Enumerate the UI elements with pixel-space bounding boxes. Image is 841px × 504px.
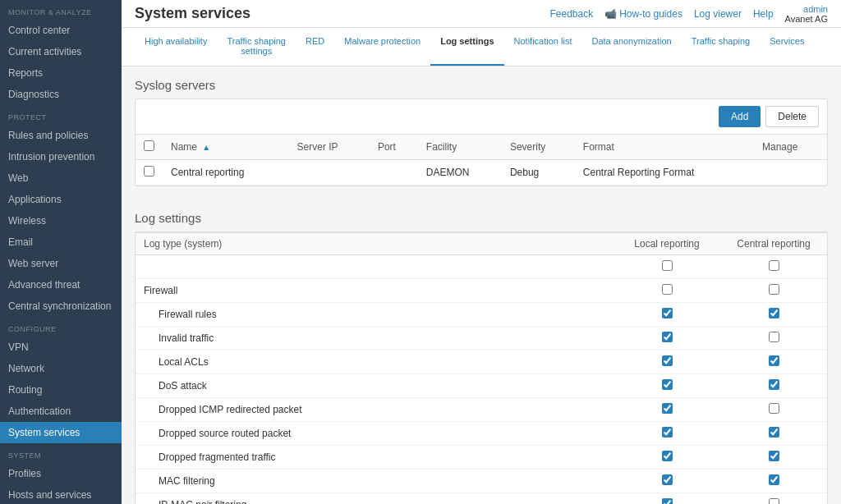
local-checkbox-3[interactable] (662, 332, 673, 342)
local-reporting-cell (614, 351, 720, 374)
company-name: Avanet AG (785, 14, 828, 24)
select-all-checkbox[interactable] (144, 140, 154, 151)
col-facility: Facility (418, 135, 502, 160)
cell-severity: Debug (502, 160, 575, 186)
cell-format: Central Reporting Format (575, 160, 754, 186)
log-settings-table-body: FirewallFirewall rulesInvalid trafficLoc… (136, 255, 827, 505)
syslog-card: Add Delete Name ▲ Server IP Port Facilit… (135, 99, 828, 186)
local-checkbox-10[interactable] (662, 498, 673, 504)
tab-services[interactable]: Services (760, 28, 814, 66)
log-type-label: Dropped ICMP redirected packet (136, 398, 614, 422)
central-checkbox-2[interactable] (769, 308, 779, 318)
add-button[interactable]: Add (719, 106, 761, 127)
local-checkbox-6[interactable] (662, 403, 673, 414)
how-to-guides-link[interactable]: 📹 How-to guides (604, 8, 682, 20)
central-checkbox-5[interactable] (769, 379, 779, 390)
sidebar-item-profiles[interactable]: Profiles (0, 463, 122, 484)
row-checkbox-0[interactable] (144, 166, 154, 176)
tab-data-anonymization[interactable]: Data anonymization (581, 28, 681, 66)
tab-red[interactable]: RED (296, 28, 334, 66)
central-checkbox-9[interactable] (769, 474, 779, 485)
sidebar-item-wireless[interactable]: Wireless (0, 210, 122, 231)
local-checkbox-7[interactable] (662, 427, 673, 438)
local-checkbox-0[interactable] (662, 260, 673, 271)
central-checkbox-7[interactable] (769, 427, 779, 438)
page-title: System services (135, 5, 250, 22)
central-checkbox-6[interactable] (769, 403, 779, 414)
local-reporting-cell (614, 279, 720, 303)
log-type-label: IP-MAC pair filtering (136, 493, 614, 505)
central-reporting-cell (720, 351, 827, 374)
local-checkbox-4[interactable] (662, 355, 673, 366)
sidebar-item-control-center[interactable]: Control center (0, 20, 122, 41)
local-checkbox-8[interactable] (662, 451, 673, 461)
cell-manage (754, 160, 827, 186)
delete-button[interactable]: Delete (765, 106, 819, 127)
topbar: System services Feedback 📹 How-to guides… (122, 0, 841, 28)
sidebar-item-network[interactable]: Network (0, 358, 122, 379)
sidebar-item-authentication[interactable]: Authentication (0, 401, 122, 422)
col-format: Format (575, 135, 754, 160)
local-checkbox-9[interactable] (662, 474, 673, 485)
log-settings-section-title: Log settings (122, 199, 841, 231)
table-row: Dropped fragmented traffic (136, 446, 827, 470)
central-checkbox-8[interactable] (769, 451, 779, 461)
help-link[interactable]: Help (753, 8, 774, 20)
sidebar-item-diagnostics[interactable]: Diagnostics (0, 84, 122, 105)
log-type-label (136, 255, 614, 279)
sidebar-item-routing[interactable]: Routing (0, 379, 122, 401)
sidebar-item-intrusion-prevention[interactable]: Intrusion prevention (0, 146, 122, 167)
table-row: Dropped source routed packet (136, 422, 827, 446)
sidebar-item-web-server[interactable]: Web server (0, 253, 122, 274)
central-checkbox-4[interactable] (769, 355, 779, 366)
central-checkbox-1[interactable] (769, 284, 779, 295)
col-server-ip: Server IP (289, 135, 370, 160)
log-type-label: DoS attack (136, 374, 614, 398)
sidebar-item-advanced-threat[interactable]: Advanced threat (0, 274, 122, 296)
central-checkbox-3[interactable] (769, 332, 779, 342)
tab-notification-list[interactable]: Notification list (504, 28, 582, 66)
admin-block: admin Avanet AG (785, 4, 828, 24)
admin-link[interactable]: admin (803, 4, 828, 14)
central-checkbox-10[interactable] (769, 498, 779, 504)
table-row (136, 255, 827, 279)
sidebar-item-system-services[interactable]: System services (0, 422, 122, 443)
central-reporting-cell (720, 398, 827, 422)
tab-bar: High availabilityTraffic shaping setting… (122, 28, 841, 66)
central-reporting-cell (720, 255, 827, 279)
main-content: System services Feedback 📹 How-to guides… (122, 0, 841, 504)
sidebar-item-central-sync[interactable]: Central synchronization (0, 296, 122, 317)
tab-log-settings[interactable]: Log settings (430, 28, 503, 66)
central-checkbox-0[interactable] (769, 260, 779, 271)
table-row: Firewall (136, 279, 827, 303)
tab-malware-protection[interactable]: Malware protection (334, 28, 430, 66)
sidebar-section-system: SYSTEM (0, 443, 122, 463)
tab-traffic-shaping-settings[interactable]: Traffic shaping settings (217, 28, 296, 66)
cell-facility: DAEMON (418, 160, 502, 186)
sidebar-item-applications[interactable]: Applications (0, 189, 122, 210)
local-checkbox-2[interactable] (662, 308, 673, 318)
sidebar-section-protect: PROTECT (0, 105, 122, 125)
tab-traffic-shaping[interactable]: Traffic shaping (682, 28, 761, 66)
log-type-label: Local ACLs (136, 351, 614, 374)
topbar-actions: Feedback 📹 How-to guides Log viewer Help… (549, 4, 828, 24)
local-checkbox-1[interactable] (662, 284, 673, 295)
log-type-label: MAC filtering (136, 470, 614, 493)
sidebar-item-email[interactable]: Email (0, 231, 122, 253)
sidebar-item-reports[interactable]: Reports (0, 62, 122, 84)
sidebar-item-vpn[interactable]: VPN (0, 337, 122, 358)
tab-high-availability[interactable]: High availability (135, 28, 217, 66)
col-name: Name ▲ (163, 135, 289, 160)
log-type-label: Dropped source routed packet (136, 422, 614, 446)
local-reporting-cell (614, 327, 720, 351)
local-checkbox-5[interactable] (662, 379, 673, 390)
feedback-link[interactable]: Feedback (549, 8, 593, 20)
sidebar-item-hosts-services[interactable]: Hosts and services (0, 484, 122, 504)
central-reporting-cell (720, 446, 827, 470)
log-viewer-link[interactable]: Log viewer (694, 8, 742, 20)
sidebar-item-web[interactable]: Web (0, 167, 122, 189)
sidebar-item-current-activities[interactable]: Current activities (0, 41, 122, 62)
content-area: High availabilityTraffic shaping setting… (122, 28, 841, 504)
sidebar-item-rules-policies[interactable]: Rules and policies (0, 125, 122, 146)
cell-port (370, 160, 418, 186)
